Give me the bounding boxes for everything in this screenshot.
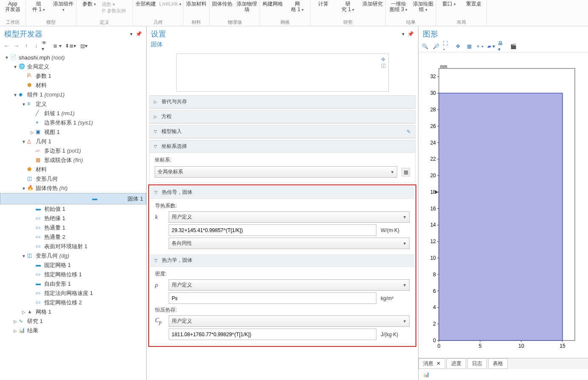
ribbon-item[interactable]: 固体传热 bbox=[210, 0, 234, 12]
k-expr-input[interactable] bbox=[169, 224, 376, 236]
ribbon-item[interactable]: 添加材料 bbox=[184, 0, 208, 7]
zoom-in-icon[interactable]: 🔍 bbox=[421, 42, 429, 51]
tree-item[interactable]: ▬固定网格 1 bbox=[0, 261, 146, 270]
tree-sort-button[interactable]: ⬍≣▾ bbox=[65, 42, 76, 50]
ribbon-item[interactable]: 构建网格 bbox=[261, 0, 285, 13]
panel-menu[interactable]: ▾ 📌 bbox=[402, 31, 414, 37]
svg-text:16: 16 bbox=[430, 206, 436, 212]
tree-item[interactable]: ▷📊结果 bbox=[0, 326, 146, 335]
cp-source-select[interactable]: 用户定义▼ bbox=[169, 315, 410, 327]
axes-icon[interactable]: ⌖ ▾ bbox=[476, 42, 484, 51]
tree-item[interactable]: ▷∿研究 1 bbox=[0, 317, 146, 326]
panel-menu[interactable]: ▾ 📌 bbox=[130, 31, 142, 37]
screenshot-icon[interactable]: 🖶 ▾ bbox=[498, 42, 506, 51]
tree-item[interactable]: ▱多边形 1 (pol1) bbox=[0, 146, 146, 156]
svg-text:mm: mm bbox=[440, 64, 447, 69]
tree-item[interactable]: ▭热通量 1 bbox=[0, 223, 146, 233]
ribbon-item[interactable]: 研究 1 ▾ bbox=[336, 0, 360, 13]
tree-item[interactable]: ▬初始值 1 bbox=[0, 204, 146, 214]
ribbon-item[interactable]: 组件 1 ▾ bbox=[27, 0, 51, 13]
pan-icon[interactable]: ▦ bbox=[465, 42, 473, 51]
ribbon-item[interactable]: App开发器 bbox=[1, 0, 25, 12]
section-substitutes[interactable]: ▷替代与共存 bbox=[150, 96, 415, 108]
ribbon-item[interactable]: 函数 ▾Pᵢ 参数实例 bbox=[102, 0, 132, 14]
tree-layout-button[interactable]: ≣ ▾ bbox=[51, 42, 63, 50]
tree-item[interactable]: ◫变形几何 bbox=[0, 174, 146, 184]
rho-source-select[interactable]: 用户定义▼ bbox=[169, 279, 410, 291]
ribbon-item[interactable]: 添加研究 bbox=[361, 0, 384, 13]
svg-text:18: 18 bbox=[430, 189, 436, 195]
ribbon-item[interactable]: 全部构建 bbox=[134, 0, 158, 7]
edit-link-icon[interactable]: ✎ bbox=[407, 129, 411, 135]
video-icon[interactable]: 🎬 bbox=[509, 42, 517, 51]
zoom-out-icon[interactable]: 🔎 bbox=[432, 42, 440, 51]
domain-select-icon[interactable]: ✥ bbox=[381, 57, 385, 62]
ribbon-item[interactable]: 参数 ▾ bbox=[77, 0, 101, 14]
tree-item[interactable]: ▬自由变形 1 bbox=[0, 279, 146, 289]
tree-item[interactable]: ▷▣视图 1 bbox=[0, 128, 146, 137]
ribbon-item[interactable]: 添加物理场 bbox=[235, 0, 259, 12]
settings-panel-title: 设置 bbox=[151, 29, 166, 39]
tree-item[interactable]: ╱斜坡 1 (rm1) bbox=[0, 109, 146, 118]
ribbon-group-label: 定义 bbox=[100, 19, 109, 26]
tree-item[interactable]: ▦形成联合体 (fin) bbox=[0, 156, 146, 165]
tree-fwd-button[interactable]: → bbox=[12, 42, 21, 50]
tree-up-button[interactable]: ↑ bbox=[22, 42, 31, 50]
coord-select[interactable]: 全局坐标系▼ bbox=[155, 166, 397, 178]
section-model-input[interactable]: ▽模型输入✎ bbox=[150, 125, 415, 138]
fill-icon[interactable]: ▰ ▾ bbox=[487, 42, 495, 51]
tree-item[interactable]: ▼🔥固体传热 (ht) bbox=[0, 184, 146, 193]
tree-item[interactable]: ▭指定法向网格速度 1 bbox=[0, 289, 146, 298]
tree-item[interactable]: ⬢材料 bbox=[0, 81, 146, 90]
tree-item[interactable]: ⬢材料 bbox=[0, 165, 146, 174]
zoom-extents-icon[interactable]: ✥ bbox=[454, 42, 462, 51]
auto-select-icon[interactable]: ◫ bbox=[381, 62, 386, 68]
tree-list-button[interactable]: ▤▾ bbox=[78, 42, 90, 50]
section-equations[interactable]: ▷方程 bbox=[150, 111, 415, 123]
tree-eye-button[interactable]: 👁 ▾ bbox=[42, 42, 50, 50]
ribbon-item[interactable]: 网格 1 ▾ bbox=[286, 0, 309, 13]
section-conduction[interactable]: ▽热传导，固体 bbox=[150, 186, 415, 199]
cp-unit: J/(kg·K) bbox=[381, 332, 410, 337]
cp-label: 恒压热容: bbox=[155, 306, 410, 314]
tree-item[interactable]: ▷▲网格 1 bbox=[0, 307, 146, 317]
ribbon-item[interactable]: 窗口 ▾ bbox=[437, 0, 461, 7]
svg-text:10: 10 bbox=[518, 343, 524, 349]
selection-preview: ✥ ◫ bbox=[176, 54, 389, 92]
tree-down-button[interactable]: ↓ bbox=[32, 42, 40, 50]
coord-frame-button[interactable]: ▦ bbox=[401, 168, 410, 176]
tree-item[interactable]: ▭指定网格位移 1 bbox=[0, 270, 146, 279]
ribbon-item[interactable]: 添加组件 ▾ bbox=[51, 0, 75, 13]
ribbon-item[interactable]: 添加绘图组 ▾ bbox=[411, 0, 435, 13]
tree-item[interactable]: ▼📄shaoshi.mph (root) bbox=[0, 53, 146, 62]
tree-item[interactable]: ▭指定网格位移 2 bbox=[0, 298, 146, 307]
rho-expr-input[interactable] bbox=[169, 292, 376, 304]
tree-item[interactable]: ⌖边界坐标系 1 (sys1) bbox=[0, 118, 146, 128]
tree-item[interactable]: ▭热通量 2 bbox=[0, 233, 146, 242]
svg-text:28: 28 bbox=[430, 107, 436, 113]
tree-item[interactable]: Pᵢ参数 1 bbox=[0, 71, 146, 81]
section-thermodynamics[interactable]: ▽热力学，固体 bbox=[150, 254, 415, 267]
tree-item[interactable]: ▼△几何 1 bbox=[0, 137, 146, 146]
cp-expr-input[interactable] bbox=[169, 329, 376, 340]
ribbon-item[interactable]: 计算 bbox=[311, 0, 335, 13]
highlighted-region: ▽热传导，固体 导热系数: k 用户定义▼ W/(m·K) bbox=[148, 184, 416, 347]
svg-text:15: 15 bbox=[560, 343, 565, 349]
tree-item[interactable]: ▭表面对环境辐射 1 bbox=[0, 242, 146, 251]
ribbon-item[interactable]: 一维绘图组 3 ▾ bbox=[387, 0, 410, 13]
tree-item[interactable]: ▼◫变形几何 (dg) bbox=[0, 251, 146, 261]
section-coord-sys[interactable]: ▽坐标系选择 bbox=[150, 140, 415, 153]
plot-canvas[interactable]: 02468101214161820222426283032051015mm bbox=[422, 64, 583, 374]
ribbon-group-label: 模型 bbox=[46, 19, 56, 26]
tree-item[interactable]: ▼◆组件 1 (comp1) bbox=[0, 90, 146, 99]
tree-item[interactable]: ▼🌐全局定义 bbox=[0, 62, 146, 71]
tree-item[interactable]: ▬固体 1 bbox=[0, 193, 146, 204]
k-iso-select[interactable]: 各向同性▼ bbox=[169, 238, 410, 249]
zoom-box-icon[interactable]: ⛶ ▾ bbox=[443, 42, 451, 51]
tree-item[interactable]: ▼≡定义 bbox=[0, 99, 146, 109]
k-source-select[interactable]: 用户定义▼ bbox=[169, 211, 410, 223]
tree-back-button[interactable]: ← bbox=[3, 42, 11, 50]
ribbon-item[interactable]: LiveLink ▾ bbox=[158, 0, 182, 7]
ribbon-item[interactable]: 重置桌 bbox=[462, 0, 486, 7]
tree-item[interactable]: ▭热绝缘 1 bbox=[0, 214, 146, 223]
